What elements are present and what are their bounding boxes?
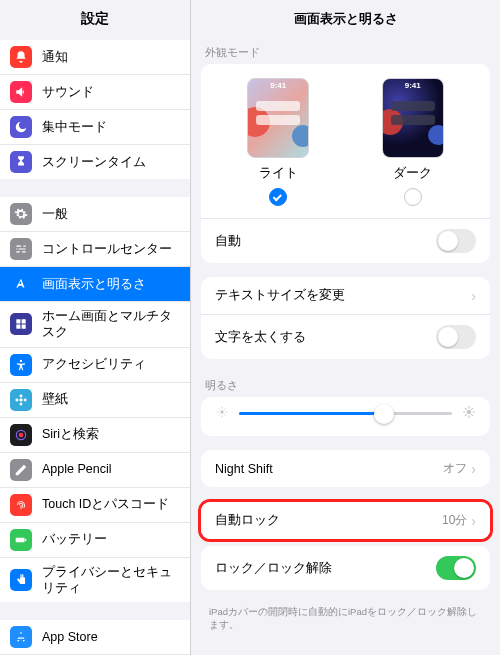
autolock-row[interactable]: 自動ロック 10分 › xyxy=(201,502,490,539)
sidebar-item-controlcenter[interactable]: コントロールセンター xyxy=(0,232,190,267)
accessibility-icon xyxy=(10,354,32,376)
sidebar-item-label: Apple Pencil xyxy=(42,461,180,477)
sidebar-item-label: サウンド xyxy=(42,84,180,100)
appearance-header: 外観モード xyxy=(191,40,500,64)
svg-point-1 xyxy=(19,398,23,402)
svg-line-20 xyxy=(224,414,225,415)
text-size-row[interactable]: テキストサイズを変更 › xyxy=(201,277,490,314)
lock-unlock-toggle[interactable] xyxy=(436,556,476,580)
svg-point-3 xyxy=(20,402,23,405)
sidebar-item-label: コントロールセンター xyxy=(42,241,180,257)
bell-icon xyxy=(10,46,32,68)
brightness-header: 明るさ xyxy=(191,373,500,397)
text-size-icon xyxy=(10,273,32,295)
sidebar-item-pencil[interactable]: Apple Pencil xyxy=(0,453,190,488)
sidebar-item-siri[interactable]: Siriと検索 xyxy=(0,418,190,453)
dark-label: ダーク xyxy=(393,164,432,182)
settings-sidebar: 設定 通知 サウンド 集中モード スクリーンタイム xyxy=(0,0,190,655)
sidebar-item-home[interactable]: ホーム画面とマルチタスク xyxy=(0,302,190,348)
sidebar-item-wallpaper[interactable]: 壁紙 xyxy=(0,383,190,418)
svg-point-14 xyxy=(220,410,224,414)
hand-icon xyxy=(10,569,32,591)
autolock-highlight: 自動ロック 10分 › xyxy=(198,499,493,542)
detail-pane: 画面表示と明るさ 外観モード 9:41 ライト 9:41 xyxy=(190,0,500,655)
svg-line-30 xyxy=(465,414,467,416)
text-card: テキストサイズを変更 › 文字を太くする xyxy=(201,277,490,359)
svg-line-28 xyxy=(465,408,467,410)
sidebar-item-label: プライバシーとセキュリティ xyxy=(42,564,180,597)
svg-rect-8 xyxy=(16,537,25,542)
sidebar-item-label: アクセシビリティ xyxy=(42,356,180,372)
sidebar-item-label: スクリーンタイム xyxy=(42,154,180,170)
sidebar-item-touchid[interactable]: Touch IDとパスコード xyxy=(0,488,190,523)
appearance-dark[interactable]: 9:41 ダーク xyxy=(382,78,444,206)
chevron-right-icon: › xyxy=(471,461,476,477)
appstore-icon xyxy=(10,626,32,648)
svg-rect-9 xyxy=(25,538,26,540)
sidebar-item-focus[interactable]: 集中モード xyxy=(0,110,190,145)
auto-row[interactable]: 自動 xyxy=(201,218,490,263)
svg-line-19 xyxy=(219,409,220,410)
sidebar-item-notifications[interactable]: 通知 xyxy=(0,40,190,75)
lock-card: ロック／ロック解除 xyxy=(201,546,490,590)
sidebar-item-label: 壁紙 xyxy=(42,391,180,407)
brightness-card xyxy=(201,397,490,436)
sidebar-item-accessibility[interactable]: アクセシビリティ xyxy=(0,348,190,383)
pencil-icon xyxy=(10,459,32,481)
sliders-icon xyxy=(10,238,32,260)
sidebar-item-label: バッテリー xyxy=(42,531,180,547)
hourglass-icon xyxy=(10,151,32,173)
gear-icon xyxy=(10,203,32,225)
sidebar-item-appstore[interactable]: App Store xyxy=(0,620,190,655)
light-preview: 9:41 xyxy=(247,78,309,158)
lock-footer: iPadカバーの開閉時に自動的にiPadをロック／ロック解除します。 xyxy=(191,604,500,632)
svg-point-23 xyxy=(467,410,472,415)
auto-toggle[interactable] xyxy=(436,229,476,253)
speaker-icon xyxy=(10,81,32,103)
sidebar-item-privacy[interactable]: プライバシーとセキュリティ xyxy=(0,558,190,603)
nightshift-card: Night Shift オフ › xyxy=(201,450,490,487)
sidebar-title: 設定 xyxy=(0,0,190,40)
svg-line-29 xyxy=(471,414,473,416)
grid-icon xyxy=(10,313,32,335)
light-radio[interactable] xyxy=(269,188,287,206)
detail-title: 画面表示と明るさ xyxy=(191,0,500,40)
dark-radio[interactable] xyxy=(404,188,422,206)
bold-text-row[interactable]: 文字を太くする xyxy=(201,314,490,359)
appearance-light[interactable]: 9:41 ライト xyxy=(247,78,309,206)
sidebar-item-label: 一般 xyxy=(42,206,180,222)
svg-point-5 xyxy=(24,398,27,401)
sidebar-item-display[interactable]: 画面表示と明るさ xyxy=(0,267,190,302)
sidebar-item-label: 画面表示と明るさ xyxy=(42,276,180,292)
fingerprint-icon xyxy=(10,494,32,516)
nightshift-row[interactable]: Night Shift オフ › xyxy=(201,450,490,487)
battery-icon xyxy=(10,529,32,551)
sun-small-icon xyxy=(215,405,229,422)
sun-large-icon xyxy=(462,405,476,422)
chevron-right-icon: › xyxy=(471,513,476,529)
sidebar-item-battery[interactable]: バッテリー xyxy=(0,523,190,558)
svg-line-21 xyxy=(219,414,220,415)
sidebar-item-label: Siriと検索 xyxy=(42,426,180,442)
svg-point-7 xyxy=(19,432,24,437)
light-label: ライト xyxy=(259,164,298,182)
svg-point-4 xyxy=(15,398,18,401)
svg-line-22 xyxy=(224,409,225,410)
moon-icon xyxy=(10,116,32,138)
flower-icon xyxy=(10,389,32,411)
brightness-slider[interactable] xyxy=(239,412,452,415)
sidebar-item-label: Touch IDとパスコード xyxy=(42,496,180,512)
sidebar-item-label: 通知 xyxy=(42,49,180,65)
svg-line-31 xyxy=(471,408,473,410)
sidebar-item-label: 集中モード xyxy=(42,119,180,135)
svg-point-0 xyxy=(20,359,22,361)
chevron-right-icon: › xyxy=(471,288,476,304)
sidebar-item-screentime[interactable]: スクリーンタイム xyxy=(0,145,190,179)
sidebar-item-label: ホーム画面とマルチタスク xyxy=(42,308,180,341)
svg-point-2 xyxy=(20,394,23,397)
sidebar-item-general[interactable]: 一般 xyxy=(0,197,190,232)
bold-toggle[interactable] xyxy=(436,325,476,349)
lock-unlock-row[interactable]: ロック／ロック解除 xyxy=(201,546,490,590)
dark-preview: 9:41 xyxy=(382,78,444,158)
sidebar-item-sound[interactable]: サウンド xyxy=(0,75,190,110)
